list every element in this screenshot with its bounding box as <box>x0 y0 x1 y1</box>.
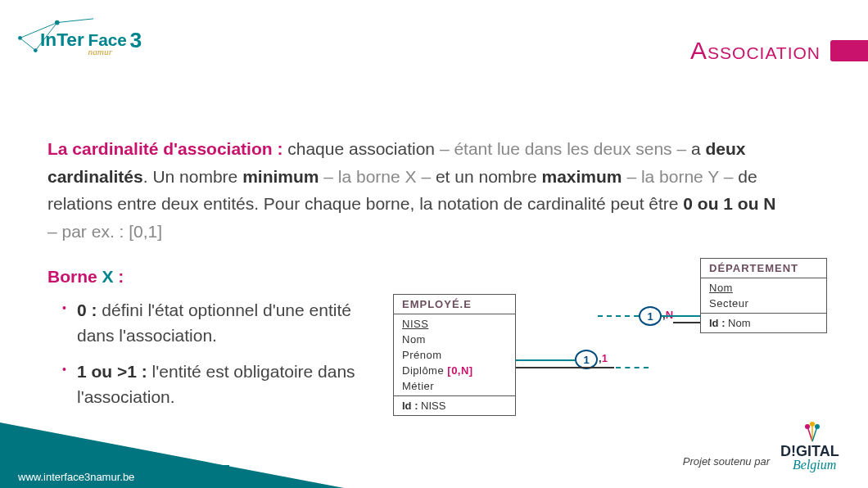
svg-point-15 <box>810 422 815 427</box>
footer-url-bar: www.interface3namur.be <box>0 465 229 488</box>
cardinality-inline: [0,N] <box>447 364 472 377</box>
attr-secteur: Secteur <box>701 296 826 311</box>
text-grey: – par ex. : [0,1] <box>47 222 162 241</box>
attr-niss: NISS <box>394 316 515 332</box>
text-bold: 0 : <box>77 300 102 319</box>
lead-phrase: La cardinalité d'association : <box>47 139 287 158</box>
text: . Un nombre <box>143 167 242 186</box>
svg-text:InTer: InTer <box>40 29 84 50</box>
assoc-line <box>516 367 614 368</box>
text: 1 <box>602 352 608 364</box>
text: NISS <box>421 400 445 412</box>
text: Nom <box>728 317 750 329</box>
entity-attributes: NISS Nom Prénom Diplôme [0,N] Métier <box>394 314 515 395</box>
borne-x-heading: Borne X : <box>47 263 359 291</box>
svg-point-14 <box>805 424 810 429</box>
entity-id: Id : NISS <box>394 395 515 415</box>
text-grey: – la borne X – <box>319 167 435 186</box>
page-title: Association <box>690 37 821 65</box>
text-bold: 1 ou >1 : <box>77 362 152 381</box>
borne-item-1: 1 ou >1 : l'entité est obligatoire dans … <box>62 359 359 410</box>
assoc-line-dashed <box>616 367 649 368</box>
text: Borne <box>47 267 102 286</box>
text-bold: maximum <box>542 167 622 186</box>
assoc-line <box>516 359 575 361</box>
text: NISS <box>402 318 428 330</box>
entity-department: DÉPARTEMENT Nom Secteur Id : Nom <box>700 258 827 333</box>
text-bold: minimum <box>242 167 319 186</box>
svg-text:3: 3 <box>130 28 142 52</box>
assoc-line <box>662 315 700 317</box>
borne-x-section: Borne X : 0 : défini l'état optionnel d'… <box>47 263 359 410</box>
text: 1 <box>583 354 589 366</box>
text: chaque association <box>287 139 440 158</box>
paragraph-cardinality: La cardinalité d'association : chaque as… <box>47 135 784 245</box>
text-grey: – étant lue dans les deux sens – <box>440 139 691 158</box>
attr-nom: Nom <box>394 332 515 347</box>
text-bold: 0 ou 1 ou N <box>683 194 775 213</box>
text: Diplôme <box>402 364 444 377</box>
borne-list: 0 : défini l'état optionnel d'une entité… <box>47 297 359 410</box>
er-diagram: EMPLOYÉ.E NISS Nom Prénom Diplôme [0,N] … <box>393 258 852 446</box>
text: a <box>691 139 706 158</box>
attr-metier: Métier <box>394 378 515 394</box>
text: Nom <box>709 282 733 294</box>
text: défini l'état optionnel d'une entité dan… <box>77 300 351 346</box>
logo-interface3: InTer Face 3 namur <box>12 16 151 66</box>
footer-url: www.interface3namur.be <box>18 471 134 483</box>
belgium-text: Belgium <box>793 458 836 472</box>
borne-item-0: 0 : défini l'état optionnel d'une entité… <box>62 297 359 349</box>
entity-attributes: Nom Secteur <box>701 278 826 313</box>
svg-line-5 <box>20 38 35 50</box>
title-accent-block <box>830 40 868 61</box>
text: Id : <box>402 400 421 412</box>
page-title-bar: Association <box>690 37 868 65</box>
entity-id: Id : Nom <box>701 313 826 332</box>
assoc-line <box>673 322 700 323</box>
assoc-line-dashed <box>598 315 639 317</box>
svg-point-16 <box>815 424 820 429</box>
text: X <box>102 267 114 286</box>
text-grey: – la borne Y – <box>622 167 739 186</box>
text: 1 <box>647 310 653 323</box>
attr-prenom: Prénom <box>394 347 515 363</box>
digital-text: D!GITAL <box>780 443 839 459</box>
logo-digital-belgium: D!GITAL Belgium <box>778 422 848 478</box>
cardinality-after: ,1 <box>599 352 608 364</box>
projet-soutenu: Projet soutenu par <box>683 455 770 468</box>
entity-title: DÉPARTEMENT <box>701 259 826 278</box>
entity-title: EMPLOYÉ.E <box>394 295 515 314</box>
text: : <box>114 267 124 286</box>
svg-line-6 <box>57 19 93 23</box>
attr-diplome: Diplôme [0,N] <box>394 363 515 378</box>
entity-employee: EMPLOYÉ.E NISS Nom Prénom Diplôme [0,N] … <box>393 294 516 416</box>
text: Id : <box>709 317 728 329</box>
cardinality-circle: 1 <box>639 306 662 326</box>
svg-text:namur: namur <box>88 47 113 56</box>
attr-nom: Nom <box>701 280 826 296</box>
text: et un nombre <box>436 167 542 186</box>
